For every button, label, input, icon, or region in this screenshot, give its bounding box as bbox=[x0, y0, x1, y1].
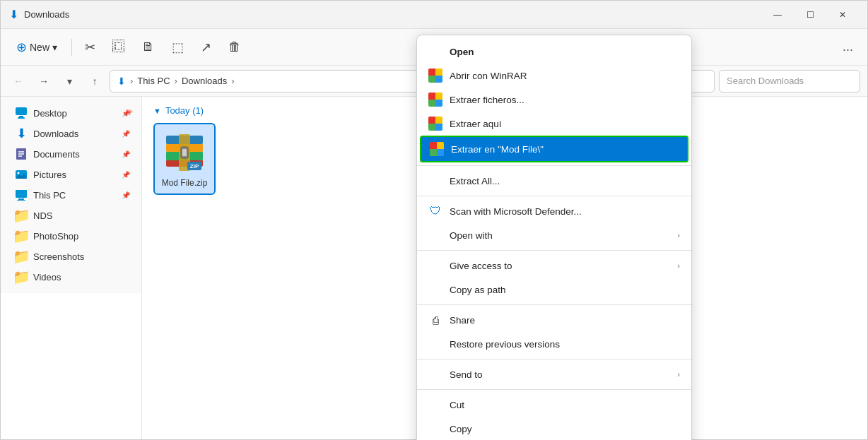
sidebar-item-pictures[interactable]: Pictures 📌 bbox=[4, 165, 139, 184]
ctx-give-access-arrow: › bbox=[677, 261, 680, 270]
ctx-give-access-label: Give access to bbox=[450, 261, 512, 271]
toolbar-separator-1 bbox=[71, 39, 72, 56]
svg-rect-1 bbox=[19, 116, 23, 117]
ctx-share-icon: ⎙ bbox=[428, 313, 442, 327]
new-button[interactable]: ⊕ New ▾ bbox=[8, 35, 66, 59]
screenshots-folder-icon: 📁 bbox=[15, 250, 28, 263]
ctx-shield-icon: 🛡 bbox=[428, 204, 442, 218]
ctx-copy-as-path[interactable]: Copy as path bbox=[417, 278, 691, 302]
pin-icon-pictures: 📌 bbox=[122, 171, 130, 179]
sidebar-item-desktop[interactable]: Desktop 📌 bbox=[4, 103, 139, 123]
breadcrumb-sep3: › bbox=[231, 76, 234, 86]
ctx-extraer-en-label: Extraer en "Mod File\" bbox=[451, 144, 544, 155]
desktop-icon bbox=[15, 107, 28, 119]
ctx-winrar-icon-4 bbox=[430, 142, 444, 156]
ctx-send-to-icon bbox=[428, 367, 442, 381]
ctx-abrir-winrar-label: Abrir con WinRAR bbox=[450, 71, 527, 81]
sidebar-label-screenshots: Screenshots bbox=[33, 251, 84, 262]
pin-icon-desktop: 📌 bbox=[122, 109, 130, 117]
ctx-extraer-aqui[interactable]: Extraer aquí bbox=[417, 112, 691, 136]
breadcrumb-sep1: › bbox=[130, 76, 133, 86]
pin-icon-this-pc: 📌 bbox=[122, 191, 130, 199]
sidebar-item-nds[interactable]: 📁 NDS bbox=[4, 206, 139, 225]
window-icon: ⬇ bbox=[9, 8, 18, 21]
paste-icon: 🗎 bbox=[142, 40, 155, 54]
section-collapse-icon[interactable]: ▼ bbox=[153, 107, 161, 115]
paste-button[interactable]: 🗎 bbox=[135, 35, 162, 59]
ctx-winrar-icon-1 bbox=[428, 69, 442, 83]
ctx-copy-label: Copy bbox=[450, 424, 472, 434]
ctx-share[interactable]: ⎙ Share bbox=[417, 308, 691, 332]
sidebar-label-desktop: Desktop bbox=[33, 108, 67, 119]
svg-rect-12 bbox=[17, 200, 25, 201]
file-explorer-window: ⬇ Downloads — ☐ ✕ ⊕ New ▾ ✂ ⿴ 🗎 ⬚ ↗ bbox=[0, 0, 868, 440]
pictures-icon bbox=[15, 168, 28, 181]
breadcrumb-sep2: › bbox=[175, 76, 177, 86]
minimize-button[interactable]: — bbox=[761, 4, 794, 26]
svg-point-8 bbox=[18, 172, 20, 174]
copy-icon: ⿴ bbox=[112, 40, 125, 54]
pin-icon-downloads: 📌 bbox=[122, 130, 130, 138]
delete-button[interactable]: 🗑 bbox=[221, 35, 248, 59]
ctx-open[interactable]: Open bbox=[417, 40, 691, 64]
ctx-give-access[interactable]: Give access to › bbox=[417, 254, 691, 278]
sidebar-label-downloads: Downloads bbox=[33, 129, 78, 139]
ctx-open-with-icon bbox=[428, 228, 442, 242]
search-placeholder: Search Downloads bbox=[727, 76, 804, 86]
ctx-copy-as-path-icon bbox=[428, 283, 442, 297]
new-label: New bbox=[30, 42, 49, 53]
ctx-extraer-ficheros[interactable]: Extraer ficheros... bbox=[417, 88, 691, 112]
ctx-cut[interactable]: Cut bbox=[417, 393, 691, 417]
history-dropdown-button[interactable]: ▾ bbox=[59, 71, 80, 92]
ctx-extraer-ficheros-label: Extraer ficheros... bbox=[450, 95, 524, 105]
ctx-open-icon bbox=[428, 44, 442, 59]
copy-button[interactable]: ⿴ bbox=[105, 35, 132, 59]
ctx-open-with-label: Open with bbox=[450, 230, 493, 241]
maximize-button[interactable]: ☐ bbox=[794, 4, 826, 26]
sidebar-label-documents: Documents bbox=[33, 149, 80, 160]
ctx-scan-defender[interactable]: 🛡 Scan with Microsoft Defender... bbox=[417, 199, 691, 223]
search-box[interactable]: Search Downloads bbox=[719, 70, 860, 93]
ctx-share-label: Share bbox=[450, 315, 475, 326]
ctx-winrar-icon-3 bbox=[428, 117, 442, 131]
ctx-sep-1 bbox=[417, 165, 691, 166]
ctx-abrir-winrar[interactable]: Abrir con WinRAR bbox=[417, 64, 691, 88]
delete-icon: 🗑 bbox=[228, 40, 241, 54]
sidebar-item-screenshots[interactable]: 📁 Screenshots bbox=[4, 246, 139, 266]
ctx-sep-2 bbox=[417, 196, 691, 196]
back-button[interactable]: ← bbox=[8, 71, 29, 92]
ctx-cut-label: Cut bbox=[450, 400, 464, 410]
sidebar-list: Desktop 📌 ⬇ Downloads 📌 Documents 📌 bbox=[1, 97, 142, 293]
ctx-restore-versions[interactable]: Restore previous versions bbox=[417, 332, 691, 356]
up-button[interactable]: ↑ bbox=[84, 71, 105, 92]
sidebar-item-documents[interactable]: Documents 📌 bbox=[4, 144, 139, 164]
rename-button[interactable]: ⬚ bbox=[165, 35, 191, 59]
ctx-winrar-icon-2 bbox=[428, 93, 442, 107]
svg-rect-11 bbox=[18, 198, 24, 200]
section-label: Today (1) bbox=[165, 105, 204, 116]
downloads-icon: ⬇ bbox=[15, 127, 28, 140]
ctx-extract-all[interactable]: Extract All... bbox=[417, 169, 691, 193]
close-button[interactable]: ✕ bbox=[826, 4, 859, 26]
context-menu: Open Abrir con WinRAR Extraer ficheros..… bbox=[416, 35, 692, 440]
sidebar-item-videos[interactable]: 📁 Videos bbox=[4, 267, 139, 287]
ctx-extraer-en-mod-file[interactable]: Extraer en "Mod File\" bbox=[420, 136, 688, 162]
file-item-mod-file[interactable]: ZIP Mod File.zip bbox=[153, 123, 216, 195]
more-button[interactable]: ... bbox=[835, 35, 860, 59]
ctx-extract-all-icon bbox=[428, 174, 442, 188]
sidebar-item-photoshop[interactable]: 📁 PhotoShop bbox=[4, 226, 139, 246]
ctx-copy[interactable]: Copy bbox=[417, 417, 691, 440]
share-toolbar-button[interactable]: ↗ bbox=[194, 35, 218, 59]
file-thumbnail: ZIP bbox=[162, 130, 207, 175]
rename-icon: ⬚ bbox=[172, 40, 184, 55]
sidebar-item-this-pc[interactable]: This PC 📌 bbox=[4, 185, 139, 205]
cut-button[interactable]: ✂ bbox=[78, 35, 102, 59]
ctx-open-with[interactable]: Open with › bbox=[417, 223, 691, 247]
ctx-send-to[interactable]: Send to › bbox=[417, 362, 691, 386]
videos-folder-icon: 📁 bbox=[15, 270, 28, 283]
sidebar-item-downloads[interactable]: ⬇ Downloads 📌 bbox=[4, 124, 139, 143]
forward-button[interactable]: → bbox=[33, 71, 54, 92]
window-controls: — ☐ ✕ bbox=[761, 4, 859, 26]
new-dropdown-icon: ▾ bbox=[52, 42, 57, 53]
breadcrumb-downloads: Downloads bbox=[182, 76, 227, 86]
